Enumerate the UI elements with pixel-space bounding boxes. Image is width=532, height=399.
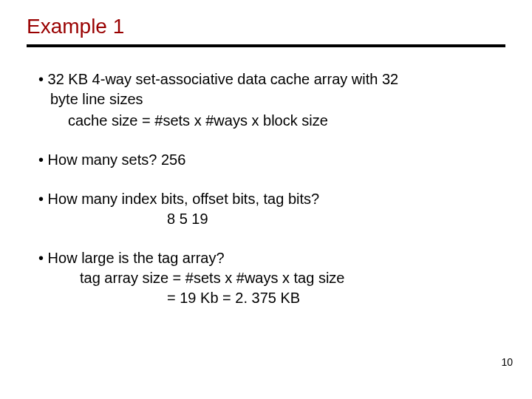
bullet-text: byte line sizes: [27, 89, 505, 109]
cache-size-formula: cache size = #sets x #ways x block size: [27, 111, 505, 131]
page-number: 10: [501, 356, 513, 368]
bullet-sets: • How many sets? 256: [27, 150, 505, 170]
bullet-bits: • How many index bits, offset bits, tag …: [27, 189, 505, 229]
bullet-text: • How large is the tag array?: [27, 248, 505, 268]
bullet-tag-array: • How large is the tag array? tag array …: [27, 248, 505, 308]
bullet-text: • 32 KB 4-way set-associative data cache…: [27, 69, 505, 89]
bullet-cache-spec: • 32 KB 4-way set-associative data cache…: [27, 69, 505, 109]
slide: Example 1 • 32 KB 4-way set-associative …: [0, 0, 532, 399]
slide-title: Example 1: [27, 15, 505, 38]
title-divider: [27, 44, 505, 47]
bullet-answer: 8 5 19: [27, 209, 505, 229]
bullet-text: • How many index bits, offset bits, tag …: [27, 189, 505, 209]
tag-array-result: = 19 Kb = 2. 375 KB: [27, 288, 505, 308]
bullet-text: • How many sets? 256: [27, 150, 505, 170]
tag-array-formula: tag array size = #sets x #ways x tag siz…: [27, 268, 505, 288]
slide-body: • 32 KB 4-way set-associative data cache…: [27, 69, 505, 308]
